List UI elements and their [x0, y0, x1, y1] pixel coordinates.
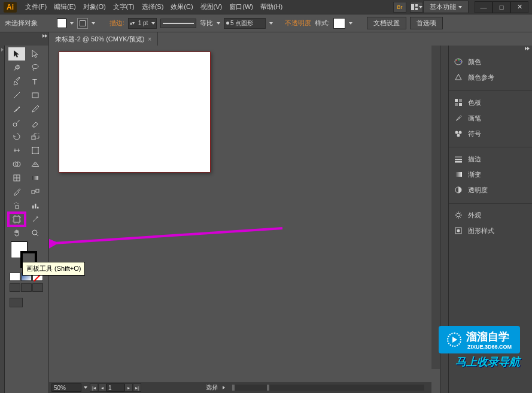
next-artboard-button[interactable]: ▸	[124, 383, 133, 392]
transparency-icon	[454, 185, 463, 195]
pen-tool[interactable]	[8, 75, 25, 88]
panel-gradient[interactable]: 渐变	[449, 167, 532, 182]
window-minimize[interactable]: —	[475, 1, 493, 13]
preferences-button[interactable]: 首选项	[410, 17, 443, 29]
artboard-number-input[interactable]: 1	[107, 383, 124, 392]
menu-view[interactable]: 视图(V)	[197, 2, 226, 11]
menu-file[interactable]: 文件(F)	[22, 2, 50, 11]
line-tool[interactable]	[8, 89, 25, 102]
artboard[interactable]	[59, 52, 211, 173]
watermark-title: 溜溜自学	[466, 329, 512, 344]
panel-stroke[interactable]: 描边	[449, 151, 532, 167]
slice-tool[interactable]	[27, 213, 44, 226]
panel-transparency[interactable]: 透明度	[449, 182, 532, 198]
draw-inside[interactable]	[32, 283, 43, 292]
status-dropdown-icon[interactable]	[223, 386, 225, 389]
stroke-profile[interactable]	[160, 19, 196, 28]
artboard-tool[interactable]	[8, 213, 25, 226]
panel-brushes[interactable]: 画笔	[449, 110, 532, 126]
arrange-docs-icon[interactable]	[410, 2, 423, 13]
direct-selection-tool[interactable]	[27, 47, 44, 61]
chevron-down-icon[interactable]	[269, 22, 273, 25]
menu-type[interactable]: 文字(T)	[110, 2, 138, 11]
width-tool[interactable]	[8, 144, 25, 157]
selection-tool[interactable]	[8, 47, 25, 61]
chevron-down-icon[interactable]	[349, 22, 352, 25]
draw-behind[interactable]	[21, 283, 32, 292]
window-maximize[interactable]: □	[493, 1, 510, 13]
uniform-label: 等比	[200, 19, 213, 28]
stroke-weight-input[interactable]: ▴▾1 pt	[128, 18, 157, 29]
paintbrush-tool[interactable]	[8, 102, 25, 116]
chevron-down-icon[interactable]	[92, 22, 95, 25]
close-tab-icon[interactable]: ×	[148, 36, 151, 43]
menu-object[interactable]: 对象(O)	[80, 2, 110, 11]
graphic-style-swatch[interactable]	[333, 18, 345, 29]
workspace-switcher[interactable]: 基本功能	[423, 1, 469, 13]
panel-color[interactable]: 颜色	[449, 54, 532, 69]
rotate-tool[interactable]	[8, 130, 25, 143]
left-collapse-strip[interactable]	[0, 46, 5, 393]
canvas-area[interactable]: 50% |◂ ◂ 1 ▸ ▸| 选择	[49, 46, 440, 393]
svg-point-49	[457, 229, 460, 232]
brush-definition[interactable]: 5 点圆形	[224, 18, 266, 29]
menu-effect[interactable]: 效果(C)	[167, 2, 196, 11]
svg-rect-26	[35, 204, 37, 208]
document-setup-button[interactable]: 文档设置	[367, 17, 406, 29]
chevron-down-icon[interactable]	[70, 22, 74, 25]
prev-artboard-button[interactable]: ◂	[98, 383, 107, 392]
svg-point-3	[32, 65, 38, 69]
chevron-down-icon[interactable]	[217, 22, 220, 25]
lasso-tool[interactable]	[27, 61, 44, 74]
zoom-input[interactable]: 50%	[51, 383, 81, 392]
first-artboard-button[interactable]: |◂	[90, 383, 98, 392]
free-transform-tool[interactable]	[27, 144, 44, 157]
panel-symbols[interactable]: 符号	[449, 126, 532, 141]
menu-window[interactable]: 窗口(W)	[226, 2, 257, 11]
fill-swatch[interactable]	[57, 19, 66, 28]
panel-graphic-styles[interactable]: 图形样式	[449, 223, 532, 238]
menu-edit[interactable]: 编辑(E)	[50, 2, 80, 11]
type-tool[interactable]: T	[27, 75, 44, 88]
zoom-tool[interactable]	[27, 226, 44, 240]
rectangle-tool[interactable]	[27, 89, 44, 102]
panel-color-guide[interactable]: 颜色参考	[449, 69, 532, 85]
window-close[interactable]: ✕	[510, 1, 528, 13]
artboard-navigator: |◂ ◂ 1 ▸ ▸|	[90, 383, 141, 392]
status-bar: 50% |◂ ◂ 1 ▸ ▸| 选择	[49, 382, 431, 393]
panel-appearance[interactable]: 外观	[449, 207, 532, 223]
symbol-sprayer-tool[interactable]	[8, 199, 25, 212]
chevron-down-icon[interactable]	[84, 386, 87, 389]
draw-normal[interactable]	[10, 283, 20, 292]
eyedropper-tool[interactable]	[8, 185, 25, 198]
stroke-swatch[interactable]	[77, 18, 88, 29]
menu-help[interactable]: 帮助(H)	[257, 2, 286, 11]
scale-tool[interactable]	[27, 130, 44, 143]
color-mode-solid[interactable]	[10, 273, 20, 281]
eraser-tool[interactable]	[27, 116, 44, 129]
document-tab[interactable]: 未标题-2 @ 50% (CMYK/预览) ×	[49, 32, 158, 46]
vertical-scrollbar[interactable]	[431, 46, 440, 369]
column-graph-tool[interactable]	[27, 199, 44, 212]
screen-mode-button[interactable]	[10, 298, 23, 307]
panel-swatches[interactable]: 色板	[449, 95, 532, 110]
last-artboard-button[interactable]: ▸|	[133, 383, 141, 392]
stroke-label[interactable]: 描边:	[110, 19, 124, 28]
gradient-tool[interactable]	[27, 171, 44, 185]
blend-tool[interactable]	[27, 185, 44, 198]
magic-wand-tool[interactable]	[8, 61, 25, 74]
toolbar-collapse-icon[interactable]	[42, 34, 47, 38]
panel-collapse-icon[interactable]	[525, 47, 530, 54]
panel-label: 颜色	[468, 58, 481, 66]
shape-builder-tool[interactable]	[8, 158, 25, 171]
pencil-tool[interactable]	[27, 102, 44, 116]
horizontal-scrollbar[interactable]	[232, 385, 424, 391]
perspective-grid-tool[interactable]	[27, 158, 44, 171]
blob-brush-tool[interactable]	[8, 116, 25, 129]
hand-tool[interactable]	[8, 226, 25, 240]
bridge-icon[interactable]: Br	[393, 2, 406, 13]
opacity-label[interactable]: 不透明度	[285, 19, 311, 28]
mesh-tool[interactable]	[8, 171, 25, 185]
menu-select[interactable]: 选择(S)	[138, 2, 168, 11]
zoom-value: 50%	[54, 385, 66, 391]
